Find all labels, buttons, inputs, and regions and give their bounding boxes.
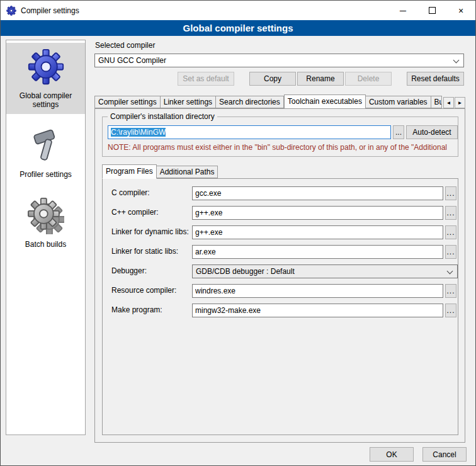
c-compiler-input[interactable] [192,186,443,200]
sidebar-item-profiler-settings[interactable]: Profiler settings [6,123,85,184]
linker-dynamic-input[interactable] [192,225,443,239]
form-row-cpp-compiler: C++ compiler: ... [103,206,458,220]
tab-toolchain-executables[interactable]: Toolchain executables [284,94,366,108]
debugger-label: Debugger: [111,266,147,275]
tab-additional-paths[interactable]: Additional Paths [157,166,218,178]
settings-tabstrip: Compiler settings Linker settings Search… [94,94,465,108]
maximize-icon [429,7,436,14]
app-icon [6,6,16,16]
sidebar-item-label: Global compiler settings [8,91,84,109]
profiler-hammer-icon [28,128,64,166]
form-row-c-compiler: C compiler: ... [103,186,458,200]
window-title: Compiler settings [21,6,79,15]
make-program-label: Make program: [111,305,162,314]
titlebar: Compiler settings ─ × [1,1,475,20]
linker-dynamic-label: Linker for dynamic libs: [111,227,189,236]
tabs-clip: Compiler settings Linker settings Search… [94,94,442,108]
delete-button: Delete [345,72,392,86]
form-row-linker-static: Linker for static libs: ... [103,245,458,259]
maximize-button[interactable] [417,1,446,20]
blue-gear-icon [27,48,65,88]
auto-detect-button[interactable]: Auto-detect [406,125,458,139]
tab-scroll-arrows: ◄ ► [443,97,465,108]
bin-subdirectory-note: NOTE: All programs must exist either in … [108,143,455,152]
dialog-header: Global compiler settings [1,20,475,36]
resource-compiler-label: Resource compiler: [111,286,176,295]
chevron-down-icon [453,57,460,64]
cpp-compiler-label: C++ compiler: [111,208,159,217]
sidebar-item-batch-builds[interactable]: Batch builds [6,193,85,254]
resource-compiler-input[interactable] [192,284,443,298]
resource-compiler-browse-button[interactable]: ... [445,284,456,298]
debugger-value: GDB/CDB debugger : Default [196,267,295,276]
close-button[interactable]: × [446,1,475,20]
tab-scroll-left-icon[interactable]: ◄ [443,97,454,108]
minimize-icon: ─ [400,6,406,16]
selected-compiler-label: Selected compiler [95,41,155,50]
installation-directory-groupbox: Compiler's installation directory C:\ray… [102,116,458,157]
settings-category-sidebar: Global compiler settings Profiler settin… [6,40,86,435]
form-row-debugger: Debugger: GDB/CDB debugger : Default [103,264,458,278]
toolchain-executables-panel: Compiler's installation directory C:\ray… [94,108,465,443]
c-compiler-label: C compiler: [111,188,150,197]
make-program-input[interactable] [192,304,443,317]
gray-gears-icon [28,198,64,236]
linker-static-browse-button[interactable]: ... [445,245,456,259]
linker-static-input[interactable] [192,245,443,259]
tab-linker-settings[interactable]: Linker settings [161,96,216,108]
installation-directory-legend: Compiler's installation directory [108,112,217,121]
set-as-default-button: Set as default [178,72,234,86]
main-panel: Selected compiler GNU GCC Compiler Set a… [94,38,467,445]
cpp-compiler-browse-button[interactable]: ... [445,206,456,220]
form-row-make-program: Make program: ... [103,304,458,317]
close-icon: × [458,6,463,16]
debugger-dropdown[interactable]: GDB/CDB debugger : Default [192,264,458,278]
compiler-actions-row: Set as default Copy Rename Delete Reset … [94,72,467,86]
copy-button[interactable]: Copy [249,72,296,86]
tab-build-options[interactable]: Build options [431,96,442,108]
ok-button[interactable]: OK [370,447,414,462]
program-files-tabstrip: Program Files Additional Paths [102,164,218,178]
installation-directory-browse-button[interactable]: ... [393,125,404,139]
form-row-resource-compiler: Resource compiler: ... [103,284,458,298]
tab-search-directories[interactable]: Search directories [216,96,284,108]
make-program-browse-button[interactable]: ... [445,304,456,317]
sidebar-item-label: Batch builds [25,240,66,249]
selected-compiler-dropdown[interactable]: GNU GCC Compiler [94,54,464,67]
selected-compiler-value: GNU GCC Compiler [98,56,166,65]
reset-defaults-button[interactable]: Reset defaults [407,72,464,86]
sidebar-item-global-compiler-settings[interactable]: Global compiler settings [6,43,85,114]
installation-directory-selected-text: C:\raylib\MinGW [111,128,166,137]
linker-dynamic-browse-button[interactable]: ... [445,225,456,239]
compiler-settings-dialog: Compiler settings ─ × Global compiler se… [0,0,476,466]
linker-static-label: Linker for static libs: [111,247,178,256]
chevron-down-icon [447,268,453,275]
cpp-compiler-input[interactable] [192,206,443,220]
installation-directory-input[interactable]: C:\raylib\MinGW [108,125,391,139]
tab-custom-variables[interactable]: Custom variables [366,96,431,108]
tab-compiler-settings[interactable]: Compiler settings [94,96,161,108]
program-files-panel: C compiler: ... C++ compiler: ... Linker… [102,178,458,435]
tab-program-files[interactable]: Program Files [102,164,157,179]
sidebar-item-label: Profiler settings [20,170,72,179]
tab-scroll-right-icon[interactable]: ► [455,97,465,108]
c-compiler-browse-button[interactable]: ... [445,186,456,200]
rename-button[interactable]: Rename [297,72,344,86]
form-row-linker-dynamic: Linker for dynamic libs: ... [103,225,458,239]
cancel-button[interactable]: Cancel [422,447,467,462]
minimize-button[interactable]: ─ [388,1,417,20]
